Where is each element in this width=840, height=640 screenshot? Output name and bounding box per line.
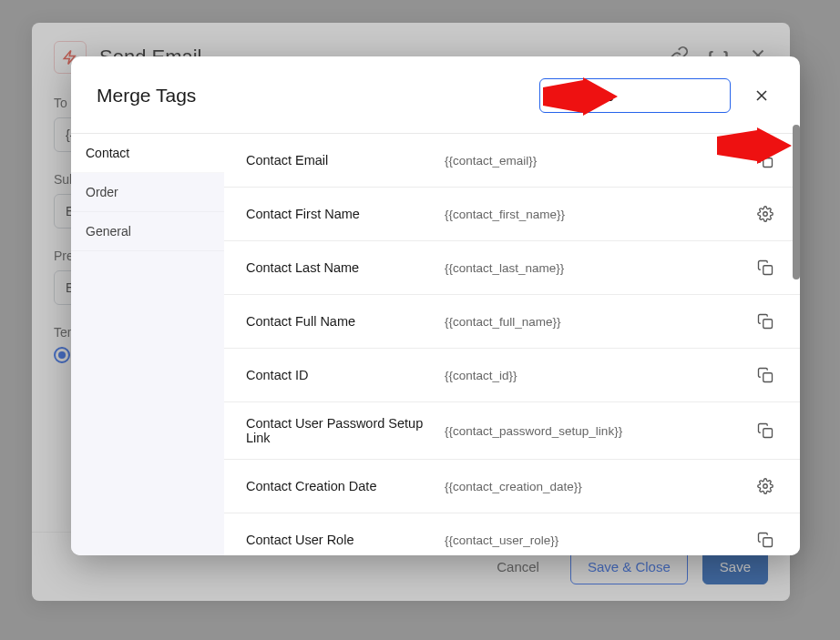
- merge-tag-label: Contact Full Name: [246, 314, 437, 329]
- merge-tag-label: Contact ID: [246, 368, 437, 382]
- merge-tag-row: Contact Full Name{{contact_full_name}}: [224, 295, 800, 349]
- sidebar-item-order[interactable]: Order: [71, 173, 224, 212]
- merge-tag-label: Contact First Name: [246, 207, 437, 221]
- merge-tag-code: {{contact_id}}: [445, 369, 745, 382]
- merge-tag-code: {{contact_creation_date}}: [445, 480, 745, 493]
- merge-tag-code: {{contact_user_role}}: [445, 533, 745, 547]
- copy-icon[interactable]: [753, 255, 778, 280]
- search-icon: [551, 86, 566, 105]
- merge-tag-label: Contact User Role: [246, 533, 437, 547]
- svg-point-12: [763, 484, 768, 489]
- merge-tags-header: Merge Tags: [71, 56, 800, 133]
- svg-rect-10: [763, 373, 773, 382]
- merge-tag-label: Contact Creation Date: [246, 479, 437, 493]
- merge-tag-code: {{contact_email}}: [445, 154, 745, 168]
- merge-tag-row: Contact Creation Date{{contact_creation_…: [224, 460, 800, 513]
- merge-tag-label: Contact User Password Setup Link: [246, 416, 437, 445]
- merge-tags-sidebar: ContactOrderGeneral: [71, 134, 224, 555]
- copy-icon[interactable]: [753, 527, 778, 553]
- merge-tag-row: Contact Last Name{{contact_last_name}}: [224, 241, 800, 295]
- sidebar-item-general[interactable]: General: [71, 212, 224, 251]
- merge-tag-label: Contact Email: [246, 153, 437, 168]
- svg-line-3: [561, 97, 564, 99]
- svg-point-2: [553, 88, 563, 98]
- settings-icon[interactable]: [753, 473, 778, 499]
- settings-icon[interactable]: [753, 201, 778, 227]
- svg-rect-8: [763, 266, 773, 275]
- sidebar-item-contact[interactable]: Contact: [71, 134, 224, 173]
- merge-tag-label: Contact Last Name: [246, 260, 437, 275]
- search-input[interactable]: [573, 88, 719, 104]
- copy-icon[interactable]: [753, 418, 778, 443]
- copy-icon[interactable]: [753, 309, 778, 334]
- merge-tags-list: Contact Email{{contact_email}}Contact Fi…: [224, 134, 800, 555]
- merge-tag-code: {{contact_first_name}}: [445, 208, 745, 221]
- merge-tags-close-button[interactable]: [749, 83, 774, 108]
- merge-tag-row: Contact ID{{contact_id}}: [224, 349, 800, 402]
- merge-tag-code: {{contact_password_setup_link}}: [445, 424, 745, 438]
- copy-icon[interactable]: [753, 362, 778, 388]
- merge-tag-code: {{contact_last_name}}: [445, 261, 745, 275]
- svg-rect-13: [763, 538, 773, 547]
- template-radio[interactable]: [54, 347, 70, 363]
- svg-rect-6: [763, 158, 773, 168]
- merge-tags-title: Merge Tags: [97, 85, 196, 107]
- merge-tag-row: Contact Email{{contact_email}}: [224, 134, 800, 188]
- svg-rect-11: [763, 429, 773, 438]
- copy-icon[interactable]: [753, 147, 778, 173]
- svg-point-7: [763, 212, 768, 217]
- merge-tags-search[interactable]: [539, 78, 731, 113]
- merge-tags-modal: Merge Tags ContactOrderGeneral Contact E…: [71, 56, 800, 555]
- merge-tag-code: {{contact_full_name}}: [445, 315, 745, 329]
- merge-tag-row: Contact First Name{{contact_first_name}}: [224, 188, 800, 241]
- svg-rect-9: [763, 320, 773, 329]
- merge-tag-row: Contact User Role{{contact_user_role}}: [224, 513, 800, 555]
- merge-tag-row: Contact User Password Setup Link{{contac…: [224, 402, 800, 460]
- scrollbar-thumb[interactable]: [793, 125, 800, 279]
